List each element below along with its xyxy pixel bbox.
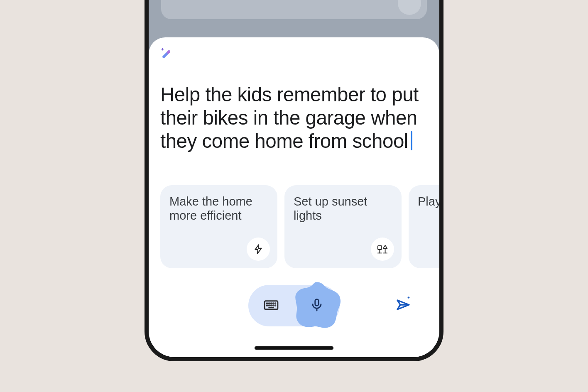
suggestion-card[interactable]: Play s when bbox=[409, 185, 439, 268]
keyboard-button[interactable] bbox=[248, 285, 294, 326]
svg-point-13 bbox=[267, 305, 267, 306]
prompt-text-value: Help the kids remember to put their bike… bbox=[160, 83, 419, 152]
suggestion-label: Make the home more efficient bbox=[169, 195, 252, 222]
svg-point-8 bbox=[267, 303, 267, 304]
suggestion-card[interactable]: Set up sunset lights bbox=[284, 185, 402, 268]
input-pill bbox=[248, 285, 340, 326]
home-indicator[interactable] bbox=[255, 346, 333, 350]
svg-point-12 bbox=[275, 303, 276, 304]
svg-point-16 bbox=[273, 305, 274, 306]
keyboard-icon bbox=[263, 296, 279, 315]
svg-point-11 bbox=[273, 303, 274, 304]
screen: Help the kids remember to put their bike… bbox=[149, 0, 439, 357]
phone-frame: Help the kids remember to put their bike… bbox=[145, 0, 443, 361]
microphone-icon bbox=[310, 298, 324, 314]
prompt-text[interactable]: Help the kids remember to put their bike… bbox=[160, 83, 428, 153]
lamp-icon bbox=[371, 238, 394, 261]
suggestion-card[interactable]: Make the home more efficient bbox=[160, 185, 277, 268]
magic-wand-icon bbox=[159, 47, 174, 64]
send-button[interactable] bbox=[395, 296, 414, 316]
text-cursor bbox=[411, 131, 412, 150]
input-dock bbox=[149, 285, 439, 326]
svg-rect-19 bbox=[315, 299, 319, 306]
mic-button[interactable] bbox=[294, 285, 340, 326]
svg-point-9 bbox=[269, 303, 270, 304]
suggestion-label: Set up sunset lights bbox=[294, 195, 367, 222]
svg-point-14 bbox=[269, 305, 270, 306]
bottom-sheet: Help the kids remember to put their bike… bbox=[149, 37, 439, 357]
suggestion-label: Play s when bbox=[418, 195, 439, 208]
svg-point-10 bbox=[271, 303, 272, 304]
background-card bbox=[161, 0, 427, 19]
svg-point-15 bbox=[271, 305, 272, 306]
bolt-icon bbox=[247, 238, 270, 261]
svg-point-17 bbox=[275, 305, 276, 306]
suggestion-row[interactable]: Make the home more efficient Set up suns… bbox=[149, 185, 439, 268]
background-card-avatar bbox=[398, 0, 421, 15]
svg-rect-2 bbox=[378, 246, 382, 250]
